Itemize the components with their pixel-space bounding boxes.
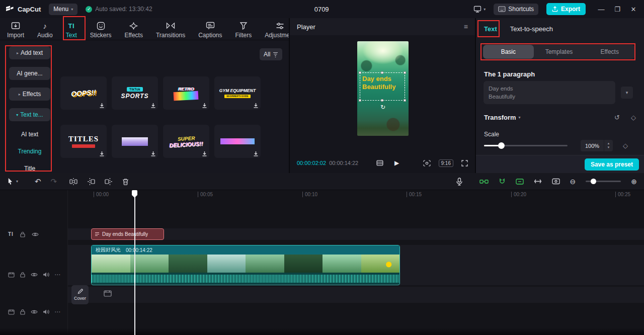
selection-handle[interactable]	[404, 71, 406, 74]
eye-icon[interactable]	[31, 309, 38, 314]
speaker-icon[interactable]	[43, 309, 49, 315]
track-media-placeholder-icon[interactable]	[104, 290, 112, 297]
overlay-text[interactable]: Day ends Beautifully	[362, 75, 395, 91]
select-tool-icon[interactable]: ▾	[7, 178, 18, 185]
download-icon[interactable]	[150, 103, 156, 108]
download-icon[interactable]	[253, 103, 259, 108]
more-options-icon[interactable]: ⋯	[54, 308, 60, 315]
redo-icon[interactable]: ↷	[51, 177, 57, 186]
template-card-euphoria[interactable]: EUPHORIA	[214, 125, 261, 158]
zoom-in-icon[interactable]: ⊕	[631, 178, 637, 186]
inspector-tab-text[interactable]: Text	[484, 25, 497, 33]
cover-button[interactable]: Cover	[71, 285, 89, 304]
sidebar-item-ai-text[interactable]: AI text	[9, 131, 50, 138]
sidebar-item-ai-generated[interactable]: AI gene...	[9, 67, 50, 80]
download-icon[interactable]	[202, 151, 207, 156]
selection-handle[interactable]	[359, 99, 361, 102]
reset-icon[interactable]: ↺	[614, 114, 620, 121]
eye-icon[interactable]	[31, 272, 38, 277]
minimize-button[interactable]: —	[597, 6, 606, 13]
selection-handle[interactable]	[359, 71, 361, 74]
subtab-effects[interactable]: Effects	[584, 45, 635, 59]
tab-audio[interactable]: ♪ Audio	[37, 21, 53, 39]
undo-icon[interactable]: ↶	[35, 177, 41, 186]
template-card-retro[interactable]: RETRO PARTY	[163, 76, 209, 110]
sidebar-item-add-text[interactable]: ▸ Add text	[9, 46, 50, 59]
export-button[interactable]: Export	[546, 3, 586, 15]
template-card-gym-equipment[interactable]: GYM EQUIPMENT BEGINNER'S GUIDE	[214, 76, 261, 110]
tab-adjustment[interactable]: Adjustment	[265, 21, 289, 39]
delete-icon[interactable]	[122, 178, 129, 185]
snap-magnet-icon[interactable]	[499, 178, 506, 185]
text-selection-box[interactable]: Day ends Beautifully	[360, 72, 405, 101]
maximize-button[interactable]: ❐	[613, 6, 622, 13]
close-button[interactable]: ✕	[629, 6, 638, 13]
shortcuts-button[interactable]: Shortcuts	[494, 4, 538, 15]
scale-slider-thumb[interactable]	[498, 142, 505, 149]
video-preview[interactable]: Day ends Beautifully ↻	[357, 41, 409, 136]
stepper-up-icon[interactable]: ▲	[607, 142, 610, 146]
snapshot-icon[interactable]	[423, 160, 431, 166]
clip-spacing-icon[interactable]	[534, 178, 542, 185]
tab-text[interactable]: TI Text	[66, 21, 77, 39]
preview-frame-icon[interactable]	[552, 178, 560, 185]
tab-captions[interactable]: Captions	[198, 21, 222, 39]
tab-effects[interactable]: Effects	[124, 21, 142, 39]
keyframe-diamond-icon[interactable]: ◇	[623, 142, 628, 149]
subtab-basic[interactable]: Basic	[483, 45, 534, 59]
save-as-preset-button[interactable]: Save as preset	[585, 158, 639, 171]
template-card-alliance[interactable]: Alliance	[112, 125, 158, 158]
sidebar-item-effects[interactable]: ▸ Effects	[9, 88, 50, 101]
lock-icon[interactable]	[20, 309, 26, 315]
paragraph-expand-button[interactable]: ▾	[621, 87, 633, 99]
microphone-icon[interactable]	[456, 178, 462, 186]
scale-value[interactable]: 100%	[581, 140, 604, 151]
tab-transitions[interactable]: Transitions	[156, 21, 185, 39]
eye-icon[interactable]	[32, 232, 39, 237]
download-icon[interactable]	[202, 103, 207, 108]
lock-icon[interactable]	[20, 272, 26, 278]
timeline-ruler[interactable]: 00:00 00:05 00:10 00:15 00:20 00:25	[68, 190, 644, 199]
template-card-oops[interactable]: OOPS!!	[60, 76, 107, 110]
link-clips-icon[interactable]	[516, 178, 524, 185]
scale-slider[interactable]	[484, 145, 568, 146]
speaker-icon[interactable]	[43, 272, 49, 278]
download-icon[interactable]	[150, 151, 156, 156]
template-card-tiktok-sports[interactable]: TikTok SPORTS	[112, 76, 158, 110]
selection-handle[interactable]	[381, 71, 383, 74]
template-card-super-delicious[interactable]: SUPER DELICIOUS!!	[163, 125, 209, 158]
trim-right-icon[interactable]	[105, 178, 113, 185]
tab-import[interactable]: Import	[7, 21, 24, 39]
sidebar-item-text-templates[interactable]: ▾ Text te...	[9, 108, 50, 121]
play-icon[interactable]: ▶	[394, 159, 399, 166]
sidebar-item-title[interactable]: Title	[9, 165, 50, 172]
menu-button[interactable]: Menu ▾	[49, 4, 77, 15]
auto-ripple-icon[interactable]	[479, 178, 489, 185]
playhead[interactable]	[134, 190, 135, 335]
text-clip[interactable]: Day ends Beautifully	[91, 228, 164, 240]
template-card-titles[interactable]: TITLES	[60, 125, 107, 158]
lock-icon[interactable]	[20, 231, 26, 237]
download-icon[interactable]	[99, 151, 105, 156]
trim-left-icon[interactable]	[87, 178, 95, 185]
fullscreen-icon[interactable]	[461, 160, 468, 166]
zoom-slider-thumb[interactable]	[591, 179, 596, 184]
subtab-templates[interactable]: Templates	[534, 45, 585, 59]
rotate-icon[interactable]: ↻	[380, 104, 385, 111]
scale-stepper[interactable]: ▲▼	[604, 140, 613, 151]
stepper-down-icon[interactable]: ▼	[607, 146, 610, 150]
selection-handle[interactable]	[404, 99, 406, 102]
tab-stickers[interactable]: Stickers	[90, 21, 112, 39]
video-clip[interactable]: 校园好风光 00:00:14:22	[91, 245, 400, 285]
timeline-zoom-slider[interactable]	[586, 181, 621, 182]
selection-handle[interactable]	[381, 99, 383, 102]
display-mode-button[interactable]: ▾	[473, 6, 486, 13]
sidebar-item-trending[interactable]: Trending	[9, 148, 50, 155]
paragraph-input[interactable]: Day ends Beautifully	[484, 81, 615, 104]
zoom-out-icon[interactable]: ⊖	[570, 178, 576, 186]
keyframe-diamond-icon[interactable]: ◇	[631, 114, 636, 121]
inspector-tab-text-to-speech[interactable]: Text-to-speech	[510, 25, 553, 33]
aspect-ratio-button[interactable]: 9:16	[439, 159, 453, 167]
split-icon[interactable]	[69, 178, 77, 185]
player-menu-icon[interactable]: ≡	[464, 23, 468, 31]
